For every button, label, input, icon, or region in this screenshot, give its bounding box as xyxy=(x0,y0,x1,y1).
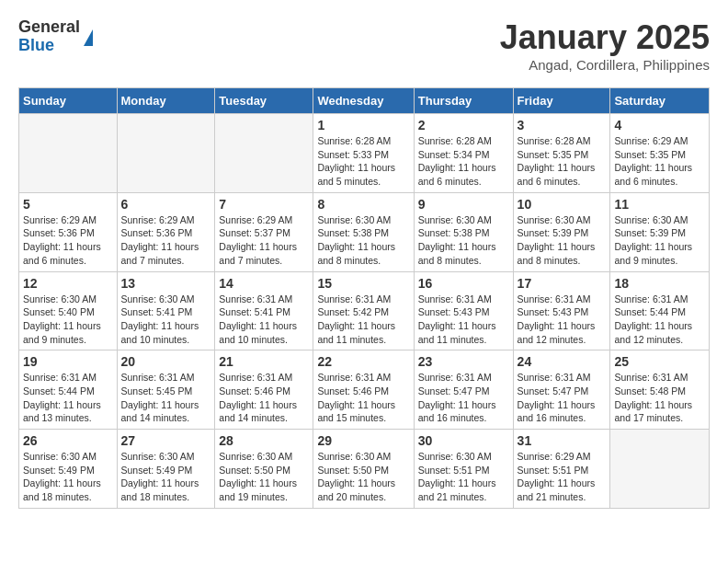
table-row: 22Sunrise: 6:31 AMSunset: 5:46 PMDayligh… xyxy=(313,350,414,430)
sunrise-text: Sunrise: 6:31 AM xyxy=(518,293,607,306)
sunset-text: Sunset: 5:43 PM xyxy=(418,305,509,319)
sunset-text: Sunset: 5:47 PM xyxy=(518,385,607,398)
sunset-text: Sunset: 5:45 PM xyxy=(121,385,211,398)
table-row: 14Sunrise: 6:31 AMSunset: 5:41 PMDayligh… xyxy=(215,271,313,350)
day-number: 23 xyxy=(418,354,509,369)
sunrise-text: Sunrise: 6:30 AM xyxy=(614,213,705,227)
daylight-text: Daylight: 11 hours and 21 minutes. xyxy=(418,477,509,503)
table-row: 27Sunrise: 6:30 AMSunset: 5:49 PMDayligh… xyxy=(117,430,215,509)
day-number: 18 xyxy=(614,276,705,291)
sunrise-text: Sunrise: 6:30 AM xyxy=(23,293,113,306)
table-row xyxy=(610,430,710,509)
sunset-text: Sunset: 5:46 PM xyxy=(317,385,409,398)
sunrise-text: Sunrise: 6:30 AM xyxy=(219,450,309,464)
page-header: General Blue January 2025 Angad, Cordill… xyxy=(18,18,710,73)
daylight-text: Daylight: 11 hours and 14 minutes. xyxy=(121,398,211,425)
header-sunday: Sunday xyxy=(19,88,118,114)
daylight-text: Daylight: 11 hours and 19 minutes. xyxy=(219,477,309,503)
calendar-header-row: Sunday Monday Tuesday Wednesday Thursday… xyxy=(19,88,710,114)
location-subtitle: Angad, Cordillera, Philippines xyxy=(500,57,710,73)
sunrise-text: Sunrise: 6:29 AM xyxy=(219,213,309,227)
day-number: 3 xyxy=(518,118,607,132)
sunset-text: Sunset: 5:51 PM xyxy=(518,464,607,477)
day-number: 30 xyxy=(418,433,509,448)
table-row: 23Sunrise: 6:31 AMSunset: 5:47 PMDayligh… xyxy=(414,350,513,430)
day-number: 10 xyxy=(518,197,607,212)
table-row: 18Sunrise: 6:31 AMSunset: 5:44 PMDayligh… xyxy=(610,271,710,350)
sunset-text: Sunset: 5:34 PM xyxy=(418,148,509,162)
table-row xyxy=(117,114,215,193)
sunset-text: Sunset: 5:37 PM xyxy=(219,226,309,240)
daylight-text: Daylight: 11 hours and 9 minutes. xyxy=(23,319,113,346)
sunrise-text: Sunrise: 6:30 AM xyxy=(121,450,211,464)
day-number: 20 xyxy=(121,354,211,369)
table-row: 4Sunrise: 6:29 AMSunset: 5:35 PMDaylight… xyxy=(610,114,710,193)
daylight-text: Daylight: 11 hours and 21 minutes. xyxy=(518,477,607,503)
sunrise-text: Sunrise: 6:30 AM xyxy=(121,293,211,306)
header-saturday: Saturday xyxy=(610,88,710,114)
sunset-text: Sunset: 5:40 PM xyxy=(23,305,113,319)
day-number: 28 xyxy=(219,433,309,448)
table-row: 15Sunrise: 6:31 AMSunset: 5:42 PMDayligh… xyxy=(313,271,414,350)
table-row xyxy=(215,114,313,193)
day-number: 6 xyxy=(121,197,211,212)
daylight-text: Daylight: 11 hours and 6 minutes. xyxy=(518,161,607,188)
sunset-text: Sunset: 5:49 PM xyxy=(23,464,113,477)
table-row: 30Sunrise: 6:30 AMSunset: 5:51 PMDayligh… xyxy=(414,430,513,509)
table-row: 17Sunrise: 6:31 AMSunset: 5:43 PMDayligh… xyxy=(513,271,610,350)
table-row: 2Sunrise: 6:28 AMSunset: 5:34 PMDaylight… xyxy=(414,114,513,193)
sunrise-text: Sunrise: 6:30 AM xyxy=(418,450,509,464)
daylight-text: Daylight: 11 hours and 13 minutes. xyxy=(23,398,113,425)
table-row: 8Sunrise: 6:30 AMSunset: 5:38 PMDaylight… xyxy=(313,192,414,271)
sunrise-text: Sunrise: 6:29 AM xyxy=(23,213,113,227)
daylight-text: Daylight: 11 hours and 16 minutes. xyxy=(518,398,607,425)
sunrise-text: Sunrise: 6:31 AM xyxy=(219,371,309,385)
daylight-text: Daylight: 11 hours and 6 minutes. xyxy=(614,161,705,188)
sunset-text: Sunset: 5:50 PM xyxy=(317,464,409,477)
daylight-text: Daylight: 11 hours and 7 minutes. xyxy=(219,240,309,267)
daylight-text: Daylight: 11 hours and 20 minutes. xyxy=(317,477,409,503)
sunset-text: Sunset: 5:41 PM xyxy=(121,305,211,319)
sunset-text: Sunset: 5:49 PM xyxy=(121,464,211,477)
sunrise-text: Sunrise: 6:29 AM xyxy=(121,213,211,227)
logo-text: General Blue xyxy=(18,18,80,55)
daylight-text: Daylight: 11 hours and 5 minutes. xyxy=(317,161,409,188)
table-row: 19Sunrise: 6:31 AMSunset: 5:44 PMDayligh… xyxy=(19,350,118,430)
daylight-text: Daylight: 11 hours and 10 minutes. xyxy=(121,319,211,346)
sunrise-text: Sunrise: 6:28 AM xyxy=(418,134,509,148)
table-row: 7Sunrise: 6:29 AMSunset: 5:37 PMDaylight… xyxy=(215,192,313,271)
sunrise-text: Sunrise: 6:28 AM xyxy=(518,134,607,148)
sunset-text: Sunset: 5:44 PM xyxy=(23,385,113,398)
day-number: 14 xyxy=(219,276,309,291)
calendar-week-row: 12Sunrise: 6:30 AMSunset: 5:40 PMDayligh… xyxy=(19,271,710,350)
sunrise-text: Sunrise: 6:31 AM xyxy=(518,371,607,385)
sunset-text: Sunset: 5:46 PM xyxy=(219,385,309,398)
header-tuesday: Tuesday xyxy=(215,88,313,114)
daylight-text: Daylight: 11 hours and 6 minutes. xyxy=(418,161,509,188)
table-row xyxy=(19,114,118,193)
day-number: 31 xyxy=(518,433,607,448)
daylight-text: Daylight: 11 hours and 9 minutes. xyxy=(614,240,705,267)
sunrise-text: Sunrise: 6:31 AM xyxy=(317,293,409,306)
table-row: 3Sunrise: 6:28 AMSunset: 5:35 PMDaylight… xyxy=(513,114,610,193)
logo-general: General xyxy=(18,18,80,37)
day-number: 19 xyxy=(23,354,113,369)
sunset-text: Sunset: 5:39 PM xyxy=(614,226,705,240)
table-row: 21Sunrise: 6:31 AMSunset: 5:46 PMDayligh… xyxy=(215,350,313,430)
header-wednesday: Wednesday xyxy=(313,88,414,114)
sunset-text: Sunset: 5:43 PM xyxy=(518,305,607,319)
day-number: 16 xyxy=(418,276,509,291)
sunset-text: Sunset: 5:41 PM xyxy=(219,305,309,319)
sunrise-text: Sunrise: 6:31 AM xyxy=(614,371,705,385)
sunrise-text: Sunrise: 6:31 AM xyxy=(418,293,509,306)
sunrise-text: Sunrise: 6:31 AM xyxy=(317,371,409,385)
daylight-text: Daylight: 11 hours and 18 minutes. xyxy=(121,477,211,503)
sunrise-text: Sunrise: 6:30 AM xyxy=(418,213,509,227)
sunrise-text: Sunrise: 6:31 AM xyxy=(418,371,509,385)
day-number: 25 xyxy=(614,354,705,369)
table-row: 13Sunrise: 6:30 AMSunset: 5:41 PMDayligh… xyxy=(117,271,215,350)
sunset-text: Sunset: 5:50 PM xyxy=(219,464,309,477)
table-row: 12Sunrise: 6:30 AMSunset: 5:40 PMDayligh… xyxy=(19,271,118,350)
sunset-text: Sunset: 5:48 PM xyxy=(614,385,705,398)
title-section: January 2025 Angad, Cordillera, Philippi… xyxy=(500,18,710,73)
